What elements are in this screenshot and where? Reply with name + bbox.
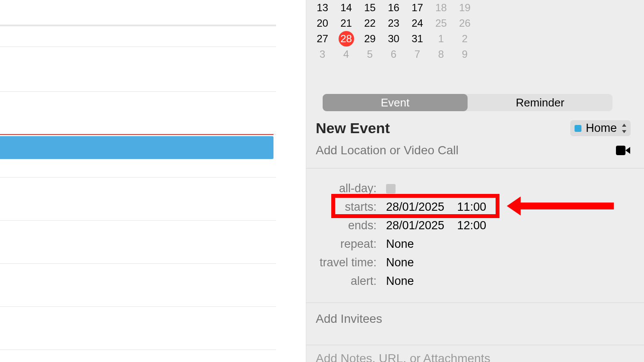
separator xyxy=(306,303,644,303)
hour-divider xyxy=(0,306,276,307)
event-reminder-toggle[interactable]: Event Reminder xyxy=(323,94,613,111)
all-day-label: all-day: xyxy=(306,179,377,198)
notes-input[interactable]: Add Notes, URL, or Attachments xyxy=(316,352,490,362)
separator xyxy=(306,168,644,169)
calendar-day[interactable]: 6 xyxy=(382,47,405,62)
calendar-color-swatch xyxy=(575,125,581,132)
calendar-day[interactable]: 31 xyxy=(405,31,429,47)
all-day-checkbox[interactable] xyxy=(386,184,396,193)
ends-time[interactable]: 12:00 xyxy=(457,219,487,232)
repeat-value[interactable]: None xyxy=(386,237,414,250)
chevron-up-down-icon xyxy=(621,123,627,134)
calendar-day[interactable]: 3 xyxy=(311,47,334,62)
alert-label: alert: xyxy=(306,272,377,290)
alert-row: alert: None xyxy=(306,272,644,290)
calendar-day[interactable]: 16 xyxy=(382,0,405,16)
calendar-day[interactable]: 26 xyxy=(453,16,477,31)
calendar-day[interactable]: 19 xyxy=(453,0,477,16)
hour-divider xyxy=(0,350,276,350)
calendar-name: Home xyxy=(586,122,617,135)
mini-month-calendar[interactable]: 13 14 15 16 17 18 19 20 21 22 23 24 25 2… xyxy=(306,0,644,62)
calendar-day[interactable]: 9 xyxy=(453,47,477,62)
hour-divider xyxy=(0,91,276,92)
alert-value[interactable]: None xyxy=(386,275,414,287)
event-block-new[interactable] xyxy=(0,136,273,159)
calendar-day[interactable]: 7 xyxy=(405,47,429,62)
day-timeline[interactable] xyxy=(0,0,306,362)
calendar-day[interactable]: 23 xyxy=(382,16,405,31)
event-inspector: 13 14 15 16 17 18 19 20 21 22 23 24 25 2… xyxy=(306,0,644,362)
calendar-day[interactable]: 17 xyxy=(405,0,429,16)
tab-reminder[interactable]: Reminder xyxy=(468,94,613,111)
calendar-day[interactable]: 5 xyxy=(358,47,382,62)
hour-divider xyxy=(0,220,276,221)
calendar-day[interactable]: 8 xyxy=(429,47,453,62)
calendar-day[interactable]: 20 xyxy=(311,16,334,31)
starts-row: starts: 28/01/2025 11:00 xyxy=(306,198,644,216)
hour-divider xyxy=(0,263,276,264)
timeline-separator xyxy=(0,25,276,26)
calendar-row: 3 4 5 6 7 8 9 xyxy=(306,47,644,62)
ends-row: ends: 28/01/2025 12:00 xyxy=(306,216,644,235)
calendar-day[interactable]: 24 xyxy=(405,16,429,31)
calendar-day[interactable]: 29 xyxy=(358,31,382,47)
video-call-icon[interactable] xyxy=(616,146,631,155)
ends-date[interactable]: 28/01/2025 xyxy=(386,219,444,232)
calendar-day[interactable]: 13 xyxy=(311,0,334,16)
calendar-day[interactable]: 25 xyxy=(429,16,453,31)
calendar-day[interactable]: 18 xyxy=(429,0,453,16)
starts-date[interactable]: 28/01/2025 xyxy=(386,200,444,213)
calendar-day-today[interactable]: 28 xyxy=(334,31,358,47)
calendar-day[interactable]: 1 xyxy=(429,31,453,47)
tab-event[interactable]: Event xyxy=(323,94,468,111)
ends-label: ends: xyxy=(306,216,377,235)
calendar-day[interactable]: 30 xyxy=(382,31,405,47)
calendar-day[interactable]: 22 xyxy=(358,16,382,31)
hour-divider xyxy=(0,47,276,47)
calendar-day[interactable]: 15 xyxy=(358,0,382,16)
repeat-label: repeat: xyxy=(306,235,377,253)
calendar-day[interactable]: 27 xyxy=(311,31,334,47)
travel-time-label: travel time: xyxy=(306,253,377,272)
travel-time-value[interactable]: None xyxy=(386,256,414,269)
repeat-row: repeat: None xyxy=(306,235,644,253)
calendar-row: 20 21 22 23 24 25 26 xyxy=(306,16,644,31)
calendar-row: 13 14 15 16 17 18 19 xyxy=(306,0,644,16)
starts-label: starts: xyxy=(306,198,377,216)
invitees-input[interactable] xyxy=(316,312,618,326)
travel-time-row: travel time: None xyxy=(306,253,644,272)
calendar-select[interactable]: Home xyxy=(570,120,631,136)
event-title[interactable]: New Event xyxy=(316,120,390,137)
location-input[interactable] xyxy=(316,144,575,157)
separator xyxy=(306,345,644,345)
starts-time[interactable]: 11:00 xyxy=(457,200,487,213)
calendar-row: 27 28 29 30 31 1 2 xyxy=(306,31,644,47)
calendar-day[interactable]: 4 xyxy=(334,47,358,62)
hour-divider xyxy=(0,177,276,178)
current-time-indicator xyxy=(0,134,273,135)
calendar-day[interactable]: 14 xyxy=(334,0,358,16)
event-details: all-day: starts: 28/01/2025 11:00 ends: … xyxy=(306,179,644,290)
calendar-day[interactable]: 2 xyxy=(453,31,477,47)
calendar-day[interactable]: 21 xyxy=(334,16,358,31)
